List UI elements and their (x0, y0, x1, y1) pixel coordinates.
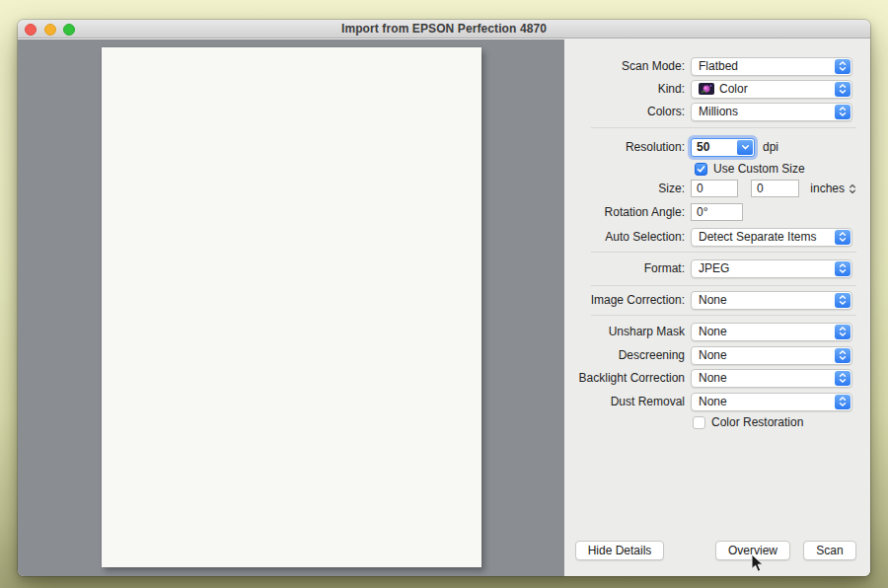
kind-select[interactable]: Color (691, 80, 852, 99)
zoom-button[interactable] (63, 24, 75, 36)
window-title: Import from EPSON Perfection 4870 (18, 20, 870, 38)
resolution-unit-label: dpi (763, 140, 778, 154)
traffic-lights (25, 24, 75, 36)
close-button[interactable] (25, 24, 37, 36)
backlight-correction-row: Backlight Correction None (564, 368, 856, 388)
chevron-up-down-icon (835, 105, 851, 119)
format-label: Format: (564, 261, 691, 275)
chevron-up-down-icon (835, 59, 851, 74)
image-correction-value: None (699, 293, 851, 307)
mouse-cursor (751, 553, 765, 573)
separator (591, 285, 856, 286)
kind-value: Color (719, 82, 851, 96)
size-width-field[interactable]: 0 (691, 180, 738, 197)
format-row: Format: JPEG (564, 258, 856, 278)
size-label: Size: (564, 182, 691, 195)
auto-selection-select[interactable]: Detect Separate Items (691, 228, 852, 247)
colors-select[interactable]: Millions (691, 103, 852, 121)
scan-button[interactable]: Scan (803, 541, 856, 560)
hide-details-button[interactable]: Hide Details (575, 541, 664, 560)
scan-mode-label: Scan Mode: (564, 59, 691, 73)
color-restoration-row: Color Restoration (564, 412, 856, 432)
rotation-angle-label: Rotation Angle: (564, 205, 691, 219)
image-correction-select[interactable]: None (691, 291, 852, 310)
settings-panel: Scan Mode: Flatbed Kind: Color (564, 39, 870, 576)
chevron-up-down-icon (849, 184, 856, 194)
chevron-up-down-icon (835, 230, 851, 245)
size-unit-select[interactable]: inches (810, 182, 856, 195)
chevron-up-down-icon (835, 371, 851, 386)
import-window: Import from EPSON Perfection 4870 Scan M… (18, 20, 870, 576)
auto-selection-value: Detect Separate Items (699, 230, 851, 244)
window-content: Scan Mode: Flatbed Kind: Color (18, 39, 870, 576)
size-height-field[interactable]: 0 (751, 180, 799, 197)
size-row: Size: 0 0 inches (564, 179, 856, 198)
dust-removal-row: Dust Removal None (564, 392, 856, 411)
colors-label: Colors: (564, 105, 691, 118)
resolution-row: Resolution: 50 dpi (564, 137, 856, 157)
dust-removal-label: Dust Removal (564, 395, 691, 408)
minimize-button[interactable] (44, 24, 56, 36)
chevron-up-down-icon (835, 348, 851, 363)
unsharp-mask-select[interactable]: None (691, 323, 852, 341)
color-restoration-checkbox[interactable] (693, 416, 705, 429)
chevron-up-down-icon (835, 293, 851, 308)
rotation-angle-value: 0° (697, 205, 707, 219)
chevron-down-icon (737, 140, 753, 155)
format-value: JPEG (699, 261, 851, 275)
resolution-value: 50 (697, 140, 709, 154)
rotation-angle-field[interactable]: 0° (691, 203, 743, 221)
colors-value: Millions (699, 105, 851, 118)
unsharp-mask-value: None (699, 325, 851, 338)
descreening-select[interactable]: None (691, 346, 852, 365)
auto-selection-row: Auto Selection: Detect Separate Items (564, 227, 856, 247)
kind-label: Kind: (564, 82, 691, 96)
backlight-correction-select[interactable]: None (691, 369, 852, 388)
footer-buttons: Hide Details Overview Scan (564, 541, 856, 560)
color-photo-icon (699, 83, 714, 95)
descreening-value: None (699, 348, 851, 362)
use-custom-size-label: Use Custom Size (713, 162, 805, 176)
scan-mode-value: Flatbed (699, 59, 851, 73)
scanned-page-preview[interactable] (102, 47, 481, 567)
backlight-correction-label: Backlight Correction (564, 371, 691, 385)
use-custom-size-checkbox[interactable] (695, 163, 707, 176)
auto-selection-label: Auto Selection: (564, 230, 691, 244)
size-unit-label: inches (810, 182, 845, 195)
resolution-combo[interactable]: 50 (691, 138, 755, 157)
unsharp-mask-row: Unsharp Mask None (564, 322, 856, 341)
color-restoration-label: Color Restoration (711, 415, 803, 429)
chevron-up-down-icon (835, 395, 851, 409)
dust-removal-value: None (699, 395, 851, 408)
unsharp-mask-label: Unsharp Mask (564, 325, 691, 338)
descreening-label: Descreening (564, 348, 691, 362)
rotation-angle-row: Rotation Angle: 0° (564, 202, 856, 222)
use-custom-size-row: Use Custom Size (564, 159, 856, 179)
chevron-up-down-icon (835, 325, 851, 339)
image-correction-row: Image Correction: None (564, 290, 856, 310)
backlight-correction-value: None (699, 371, 851, 385)
scan-preview-area[interactable] (18, 39, 564, 576)
image-correction-label: Image Correction: (564, 293, 691, 307)
descreening-row: Descreening None (564, 345, 856, 365)
chevron-up-down-icon (835, 82, 851, 97)
scan-mode-select[interactable]: Flatbed (691, 57, 852, 76)
size-width-value: 0 (697, 182, 703, 195)
size-height-value: 0 (757, 182, 764, 195)
colors-row: Colors: Millions (564, 102, 856, 121)
separator (591, 315, 856, 316)
chevron-up-down-icon (835, 261, 851, 276)
scan-mode-row: Scan Mode: Flatbed (564, 56, 856, 76)
separator (591, 252, 856, 253)
format-select[interactable]: JPEG (691, 259, 852, 278)
dust-removal-select[interactable]: None (691, 393, 852, 411)
window-titlebar[interactable]: Import from EPSON Perfection 4870 (18, 20, 870, 38)
resolution-label: Resolution: (564, 140, 691, 154)
kind-row: Kind: Color (564, 79, 856, 99)
separator (591, 127, 856, 128)
